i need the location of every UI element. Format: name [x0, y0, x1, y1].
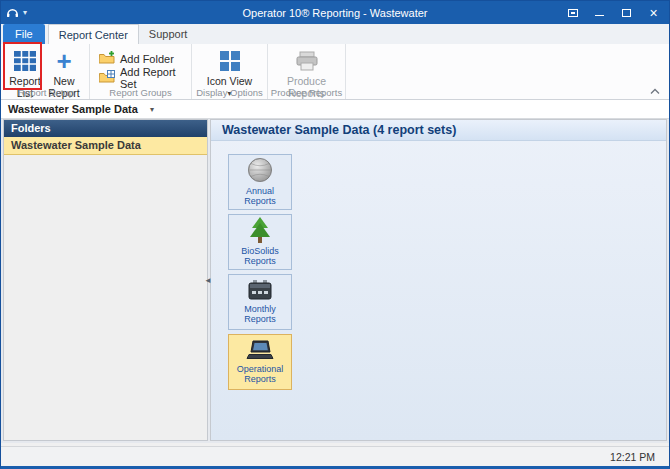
- folder-item-wastewater-sample-data[interactable]: Wastewater Sample Data: [4, 137, 207, 155]
- splitter-collapse-arrow[interactable]: ◄: [204, 277, 212, 285]
- content-area: Folders Wastewater Sample Data ◄ Wastewa…: [1, 119, 669, 443]
- icon-view-label: Icon View: [207, 76, 252, 88]
- close-button[interactable]: ×: [640, 1, 667, 24]
- printer-icon: [295, 49, 319, 73]
- maximize-button[interactable]: [613, 1, 640, 24]
- group-caption-produce-reports: Produce Reports: [268, 87, 345, 99]
- group-caption-report-groups: Report Groups: [90, 87, 191, 99]
- app-window: ▾ Operator 10® Reporting - Wastewater × …: [0, 0, 670, 469]
- titlebar: ▾ Operator 10® Reporting - Wastewater ×: [1, 1, 669, 24]
- report-set-tiles: Annual Reports BioSolids Reports Monthly…: [228, 154, 292, 390]
- folder-combobox[interactable]: Wastewater Sample Data ▾: [1, 100, 161, 118]
- folders-panel: Folders Wastewater Sample Data: [3, 119, 208, 441]
- report-set-biosolids-reports[interactable]: BioSolids Reports: [228, 214, 292, 270]
- report-set-monthly-reports[interactable]: Monthly Reports: [228, 274, 292, 330]
- group-report-groups: Add Folder Add Report Set Report Groups: [90, 44, 192, 99]
- folder-grid-icon: [99, 70, 115, 85]
- app-logo-icon: [6, 7, 19, 18]
- ribbon: Report List + New Report Report Setup Ad…: [1, 44, 669, 100]
- tree-icon: [249, 217, 271, 245]
- tile-label: Monthly Reports: [229, 305, 291, 324]
- tab-support[interactable]: Support: [139, 24, 198, 44]
- fullscreen-button[interactable]: [559, 1, 586, 24]
- report-set-annual-reports[interactable]: Annual Reports: [228, 154, 292, 210]
- group-display-options: Icon View ▾ Display Options: [192, 44, 268, 99]
- minimize-icon: [595, 15, 604, 16]
- collapse-ribbon-button[interactable]: [649, 85, 661, 97]
- window-controls: ×: [559, 1, 667, 24]
- add-folder-label: Add Folder: [120, 53, 174, 65]
- laptop-icon: [246, 340, 274, 363]
- group-caption-display-options: Display Options: [192, 87, 267, 99]
- grid-view-icon: [220, 49, 240, 73]
- tile-label: BioSolids Reports: [229, 247, 291, 266]
- tab-file[interactable]: File: [3, 24, 45, 44]
- tab-report-center[interactable]: Report Center: [48, 24, 139, 44]
- status-bar: 12:21 PM: [1, 446, 669, 466]
- plus-icon: +: [56, 49, 71, 73]
- group-report-setup: Report List + New Report Report Setup: [3, 44, 90, 99]
- folder-plus-icon: [99, 51, 115, 66]
- add-report-set-label: Add Report Set: [120, 66, 182, 90]
- globe-icon: [247, 157, 273, 185]
- binder-icon: [247, 279, 273, 303]
- quick-access-caret-icon[interactable]: ▾: [23, 8, 27, 17]
- folder-combobox-value: Wastewater Sample Data: [8, 103, 138, 115]
- chevron-down-icon[interactable]: ▾: [150, 105, 154, 114]
- minimize-button[interactable]: [586, 1, 613, 24]
- group-produce-reports: Produce Reports Produce Reports: [268, 44, 346, 99]
- table-grid-icon: [14, 49, 36, 73]
- maximize-icon: [622, 9, 631, 17]
- add-folder-button[interactable]: Add Folder: [94, 50, 187, 67]
- clock-text: 12:21 PM: [610, 451, 655, 463]
- tile-label: Annual Reports: [229, 187, 291, 206]
- tile-label: Operational Reports: [229, 365, 291, 384]
- ribbon-tab-row: File Report Center Support: [1, 24, 669, 44]
- folders-panel-header: Folders: [4, 120, 207, 137]
- folder-combo-row: Wastewater Sample Data ▾: [1, 100, 669, 119]
- group-caption-report-setup: Report Setup: [3, 87, 89, 99]
- add-report-set-button[interactable]: Add Report Set: [94, 69, 187, 86]
- close-icon: ×: [649, 6, 657, 20]
- report-sets-panel-header: Wastewater Sample Data (4 report sets): [211, 120, 666, 141]
- chevron-up-icon: [649, 88, 661, 95]
- report-set-operational-reports[interactable]: Operational Reports: [228, 334, 292, 390]
- report-sets-panel: Wastewater Sample Data (4 report sets) A…: [210, 119, 667, 441]
- screens-icon: [568, 9, 578, 17]
